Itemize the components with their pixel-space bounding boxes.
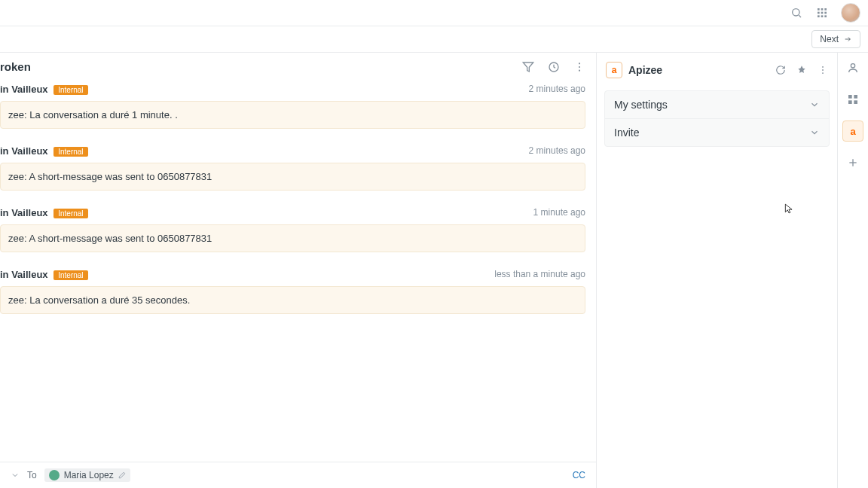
message-time: 1 minute ago: [533, 207, 585, 218]
message-item: in Vailleux Internal less than a minute …: [0, 269, 585, 314]
svg-point-16: [579, 69, 580, 71]
internal-badge: Internal: [53, 85, 87, 95]
chevron-down-icon: [809, 99, 820, 110]
recipient-pill[interactable]: Maria Lopez: [44, 468, 130, 482]
history-icon[interactable]: [548, 61, 560, 73]
svg-rect-5: [818, 12, 820, 14]
message-time: 2 minutes ago: [529, 145, 585, 156]
message-author: in Vailleux: [0, 145, 48, 157]
cc-link[interactable]: CC: [573, 470, 585, 480]
refresh-icon[interactable]: [775, 65, 786, 75]
svg-rect-9: [821, 15, 824, 17]
svg-rect-22: [854, 95, 857, 99]
svg-rect-3: [821, 8, 824, 11]
message-body: zee: La conversation a duré 1 minute. .: [0, 101, 585, 129]
accordion-label: Invite: [614, 127, 639, 139]
next-button-label: Next: [820, 34, 839, 44]
message-item: in Vailleux Internal 2 minutes ago zee: …: [0, 145, 585, 191]
conversation-pane: roken in Vailleux Internal: [0, 53, 597, 488]
message-time: less than a minute ago: [494, 269, 585, 279]
panel-title: Apizee: [628, 64, 662, 76]
brand-logo-icon: a: [606, 62, 622, 78]
svg-point-18: [822, 69, 824, 71]
more-vertical-icon[interactable]: [573, 61, 585, 73]
svg-line-1: [799, 15, 801, 17]
svg-point-0: [793, 9, 799, 16]
reply-channel-dropdown[interactable]: [11, 471, 20, 480]
message-body: zee: La conversation a duré 35 secondes.: [0, 286, 585, 314]
message-body: zee: A short-message was sent to 0650877…: [0, 224, 585, 252]
svg-point-19: [822, 72, 824, 74]
svg-rect-7: [824, 12, 827, 14]
rail-user-icon[interactable]: [842, 57, 863, 78]
topbar: [0, 0, 868, 26]
svg-point-14: [579, 63, 580, 64]
message-author: in Vailleux: [0, 207, 48, 218]
svg-rect-2: [818, 8, 820, 11]
message-item: in Vailleux Internal 1 minute ago zee: A…: [0, 207, 585, 252]
more-vertical-icon[interactable]: [818, 65, 828, 75]
svg-point-15: [579, 66, 580, 67]
accordion-label: My settings: [614, 99, 668, 111]
message-time: 2 minutes ago: [529, 84, 585, 94]
accordion-item-invite[interactable]: Invite: [605, 118, 829, 146]
search-icon[interactable]: [790, 6, 803, 20]
svg-rect-4: [824, 8, 827, 11]
accordion-item-settings[interactable]: My settings: [605, 91, 829, 118]
ticket-title: roken: [0, 60, 31, 73]
svg-rect-6: [821, 12, 824, 14]
svg-marker-12: [523, 63, 533, 72]
svg-rect-21: [848, 95, 852, 99]
internal-badge: Internal: [53, 147, 87, 157]
action-row: Next: [0, 26, 868, 53]
to-label: To: [27, 470, 37, 480]
internal-badge: Internal: [53, 270, 87, 280]
right-rail: a: [838, 53, 868, 488]
message-author: in Vailleux: [0, 269, 48, 280]
chevron-down-icon: [809, 127, 820, 138]
next-button[interactable]: Next: [811, 30, 860, 48]
message-body: zee: A short-message was sent to 0650877…: [0, 163, 585, 191]
user-avatar[interactable]: [841, 3, 860, 23]
apps-grid-icon[interactable]: [815, 6, 829, 20]
svg-rect-24: [854, 100, 857, 104]
recipient-avatar-icon: [49, 470, 60, 480]
rail-apps-icon[interactable]: [842, 89, 863, 110]
message-author: in Vailleux: [0, 84, 48, 95]
svg-rect-23: [848, 100, 852, 104]
filter-icon[interactable]: [522, 61, 534, 73]
internal-badge: Internal: [53, 209, 87, 218]
edit-recipient-icon[interactable]: [118, 471, 126, 479]
reply-bar: To Maria Lopez CC: [0, 462, 596, 488]
panel-accordion: My settings Invite: [604, 90, 830, 147]
pin-icon[interactable]: [796, 65, 807, 75]
conversation-list: in Vailleux Internal 2 minutes ago zee: …: [0, 78, 596, 462]
side-panel: a Apizee My settings: [597, 53, 838, 488]
rail-apizee-icon[interactable]: a: [842, 120, 863, 142]
message-item: in Vailleux Internal 2 minutes ago zee: …: [0, 84, 585, 129]
svg-point-20: [851, 64, 854, 68]
svg-rect-8: [818, 15, 820, 17]
recipient-name: Maria Lopez: [64, 470, 114, 480]
rail-add-icon[interactable]: [842, 152, 863, 173]
svg-point-17: [822, 66, 824, 68]
svg-rect-10: [824, 15, 827, 17]
